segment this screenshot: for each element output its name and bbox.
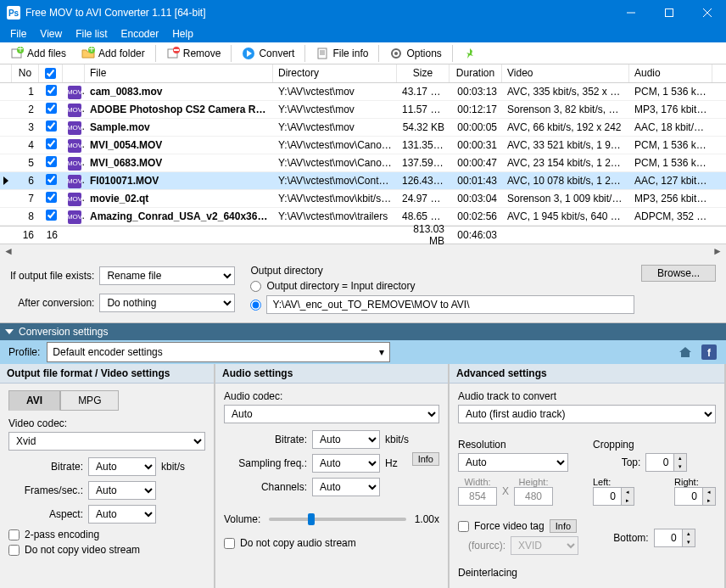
table-footer: 16 16 813.03 MB 00:46:03 — [0, 226, 726, 244]
menu-view[interactable]: View — [33, 25, 69, 42]
output-options: If output file exists: Rename file After… — [0, 258, 726, 323]
height-input — [514, 487, 553, 506]
video-bitrate-select[interactable]: Auto — [88, 457, 156, 476]
outdir-input[interactable] — [266, 295, 634, 314]
crop-left-input[interactable] — [593, 487, 622, 506]
profile-select[interactable]: Default encoder settings ▾ — [47, 342, 390, 362]
file-info-button[interactable]: File info — [309, 43, 375, 64]
pin-button[interactable] — [456, 43, 483, 64]
row-checkbox[interactable] — [46, 120, 57, 132]
minimize-button[interactable] — [612, 0, 650, 25]
crop-right-input[interactable] — [674, 487, 703, 506]
audio-codec-label: Audio codec: — [224, 390, 439, 402]
col-dur[interactable]: Duration — [450, 64, 502, 82]
toolbar: +Add files +Add folder Remove Convert Fi… — [0, 42, 726, 64]
table-row[interactable]: 8MOVAmazing_Conrad_USA_v2_640x360.movY:\… — [0, 208, 726, 226]
row-checkbox[interactable] — [46, 156, 57, 167]
remove-icon — [166, 47, 180, 60]
audio-bitrate-select[interactable]: Auto — [312, 430, 380, 449]
row-checkbox[interactable] — [46, 103, 57, 114]
collapse-icon — [5, 329, 14, 334]
convert-icon — [242, 47, 255, 60]
table-row[interactable]: 2MOVADOBE Photoshop CS2 Camera RAW Tu...… — [0, 101, 726, 119]
mov-file-icon: MOV — [68, 210, 81, 224]
svg-text:+: + — [89, 47, 95, 55]
remove-button[interactable]: Remove — [159, 43, 228, 64]
tab-mpg[interactable]: MPG — [60, 390, 119, 411]
table-row[interactable]: 1MOVcam_0083.movY:\AV\vctest\mov43.17 MB… — [0, 83, 726, 101]
fourcc-info-button[interactable]: Info — [550, 519, 577, 533]
col-file[interactable]: File — [85, 64, 273, 82]
row-marker-icon — [3, 176, 8, 185]
gear-icon — [389, 47, 403, 60]
menubar: File View File list Encoder Help — [0, 25, 726, 42]
outdir-custom-radio[interactable] — [250, 300, 261, 311]
nocopy-audio-checkbox[interactable] — [224, 538, 235, 549]
output-dir-label: Output directory — [250, 265, 634, 277]
nocopy-video-checkbox[interactable] — [8, 545, 20, 556]
conversion-settings-header[interactable]: Conversion settings — [0, 323, 726, 340]
table-row[interactable]: 4MOVMVI_0054.MOVY:\AV\vctest\mov\Canon .… — [0, 137, 726, 154]
row-checkbox[interactable] — [46, 174, 57, 185]
row-checkbox[interactable] — [46, 138, 57, 149]
row-checkbox[interactable] — [46, 85, 57, 96]
table-row[interactable]: 6MOVFI010071.MOVY:\AV\vctest\mov\Contou.… — [0, 172, 726, 190]
force-tag-checkbox[interactable] — [458, 521, 469, 532]
profile-bar: Profile: Default encoder settings ▾ f — [0, 340, 726, 364]
menu-filelist[interactable]: File list — [69, 25, 114, 42]
col-check[interactable] — [39, 64, 63, 82]
convert-button[interactable]: Convert — [235, 43, 301, 64]
table-row[interactable]: 7MOVmovie_02.qtY:\AV\vctest\mov\kbit/s C… — [0, 190, 726, 208]
horizontal-scrollbar[interactable]: ◄► — [0, 244, 726, 258]
svg-text:+: + — [17, 47, 23, 55]
add-files-button[interactable]: +Add files — [3, 43, 73, 64]
table-row[interactable]: 5MOVMVI_0683.MOVY:\AV\vctest\mov\Canon .… — [0, 154, 726, 172]
mov-file-icon: MOV — [68, 175, 81, 188]
outdir-same-radio[interactable] — [250, 281, 261, 292]
row-checkbox[interactable] — [46, 192, 57, 203]
menu-file[interactable]: File — [3, 25, 33, 42]
table-row[interactable]: 3MOVSample.movY:\AV\vctest\mov54.32 KB00… — [0, 119, 726, 137]
menu-encoder[interactable]: Encoder — [114, 25, 165, 42]
volume-slider[interactable] — [269, 518, 405, 521]
resolution-select[interactable]: Auto — [458, 453, 568, 472]
col-size[interactable]: Size — [397, 64, 450, 82]
facebook-icon[interactable]: f — [701, 344, 718, 361]
add-folder-button[interactable]: +Add folder — [75, 43, 152, 64]
tab-avi[interactable]: AVI — [8, 390, 60, 411]
crop-top-input[interactable] — [645, 453, 674, 472]
svg-point-18 — [394, 52, 398, 55]
col-no[interactable]: No — [12, 64, 39, 82]
sampling-freq-select[interactable]: Auto — [312, 454, 380, 473]
col-dir[interactable]: Directory — [273, 64, 397, 82]
window-title: Free MOV to AVI Converter 1.11 [64-bit] — [25, 7, 612, 19]
audio-track-select[interactable]: Auto (first audio track) — [458, 405, 716, 423]
maximize-button[interactable] — [650, 0, 688, 25]
select-all-checkbox[interactable] — [45, 68, 56, 79]
mov-file-icon: MOV — [68, 104, 81, 117]
browse-button[interactable]: Browse... — [641, 265, 716, 282]
if-exists-select[interactable]: Rename file — [99, 266, 235, 285]
add-files-icon: + — [10, 47, 24, 60]
svg-rect-13 — [318, 48, 327, 59]
aspect-select[interactable]: Auto — [88, 505, 156, 524]
col-audio[interactable]: Audio — [629, 64, 712, 82]
after-conv-select[interactable]: Do nothing — [99, 294, 235, 312]
fps-select[interactable]: Auto — [88, 481, 156, 500]
close-button[interactable] — [688, 0, 726, 25]
crop-bottom-input[interactable] — [654, 529, 683, 547]
video-codec-select[interactable]: Xvid — [8, 432, 205, 451]
twopass-checkbox[interactable] — [8, 529, 20, 540]
add-folder-icon: + — [81, 47, 95, 60]
mov-file-icon: MOV — [68, 121, 81, 135]
menu-help[interactable]: Help — [165, 25, 200, 42]
profile-label: Profile: — [8, 346, 40, 358]
options-button[interactable]: Options — [383, 43, 448, 64]
audio-codec-select[interactable]: Auto — [224, 405, 439, 423]
audio-info-button[interactable]: Info — [412, 452, 439, 466]
mov-file-icon: MOV — [68, 157, 81, 171]
col-video[interactable]: Video — [502, 64, 629, 82]
channels-select[interactable]: Auto — [312, 478, 380, 496]
home-icon[interactable] — [677, 344, 694, 361]
row-checkbox[interactable] — [46, 210, 57, 221]
